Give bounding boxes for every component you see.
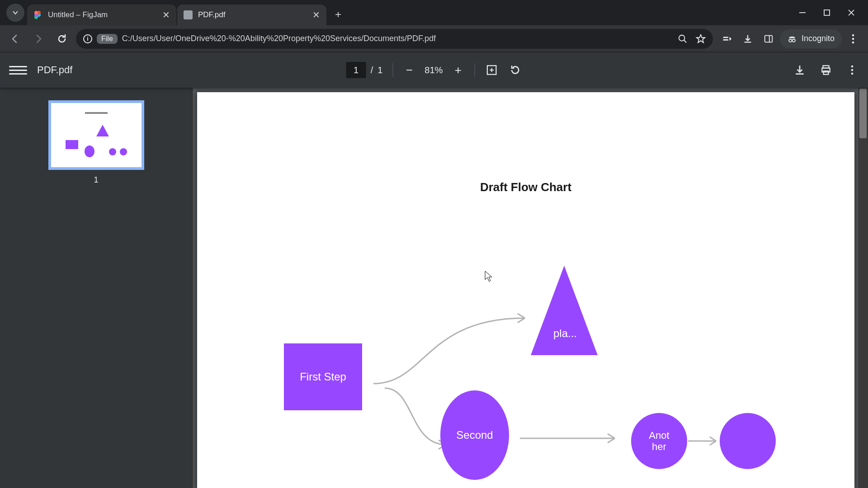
pdf-toolbar: PDF.pdf / 1 − 81% + — [0, 52, 868, 88]
zoom-value: 81% — [425, 65, 443, 75]
thumbnail-number: 1 — [94, 175, 98, 185]
pdf-filename: PDF.pdf — [37, 64, 72, 76]
address-bar[interactable]: i File C:/Users/User/OneDrive%20-%20Abil… — [76, 29, 713, 49]
svg-rect-6 — [723, 37, 728, 38]
window-close-icon[interactable] — [846, 8, 856, 18]
svg-rect-1 — [824, 10, 830, 15]
separator — [392, 63, 393, 77]
incognito-label: Incognito — [802, 34, 835, 43]
zoom-in-button[interactable]: + — [452, 63, 464, 77]
incognito-icon — [787, 34, 797, 44]
page-thumbnail-1[interactable] — [48, 100, 144, 170]
svg-point-14 — [852, 38, 854, 40]
pdf-viewer-body: 1 Draft Flow Chart First Step — [0, 88, 868, 488]
svg-point-13 — [852, 34, 854, 36]
tab-search-button[interactable] — [6, 4, 24, 22]
window-maximize-icon[interactable] — [822, 8, 832, 18]
window-minimize-icon[interactable] — [797, 8, 807, 18]
close-icon[interactable]: ✕ — [312, 9, 320, 20]
print-button[interactable] — [819, 63, 833, 77]
close-icon[interactable]: ✕ — [162, 9, 170, 20]
svg-rect-8 — [765, 35, 773, 42]
pdf-page: Draft Flow Chart First Step pla... Sec — [197, 92, 854, 488]
svg-point-15 — [852, 41, 854, 43]
file-icon — [184, 10, 193, 19]
new-tab-button[interactable]: + — [330, 6, 346, 23]
separator — [474, 63, 475, 77]
zoom-indicator-icon[interactable] — [678, 34, 688, 44]
zoom-out-button[interactable]: − — [403, 63, 415, 77]
svg-point-22 — [851, 73, 854, 75]
flow-node-another: Another — [631, 413, 687, 469]
reload-button[interactable] — [52, 29, 71, 48]
rotate-button[interactable] — [508, 63, 522, 77]
download-button[interactable] — [793, 63, 807, 77]
page-number-input[interactable] — [346, 62, 366, 78]
svg-rect-7 — [723, 39, 728, 40]
thumbnail-sidebar: 1 — [0, 88, 193, 488]
url-text: C:/Users/User/OneDrive%20-%20Ability%20P… — [122, 34, 436, 43]
tab-strip: Untitled – FigJam ✕ PDF.pdf ✕ + — [0, 0, 868, 25]
site-info-icon[interactable]: i — [83, 34, 92, 43]
browser-toolbar: i File C:/Users/User/OneDrive%20-%20Abil… — [0, 25, 868, 52]
back-button[interactable] — [5, 29, 24, 48]
incognito-badge[interactable]: Incognito — [780, 29, 842, 48]
vertical-scrollbar[interactable] — [858, 88, 868, 488]
flow-node-first-step: First Step — [284, 343, 362, 410]
fit-page-button[interactable] — [485, 63, 498, 77]
sidebar-toggle-button[interactable] — [9, 61, 27, 79]
flow-node-triangle — [531, 266, 598, 355]
shape-label: Another — [649, 430, 669, 453]
page-total: 1 — [377, 65, 382, 75]
flow-arrow — [520, 433, 624, 444]
figma-icon — [33, 10, 42, 19]
file-chip: File — [97, 34, 118, 44]
tab-pdf[interactable]: PDF.pdf ✕ — [177, 5, 326, 25]
page-separator: / — [371, 65, 373, 75]
forward-button[interactable] — [29, 29, 48, 48]
downloads-icon[interactable] — [738, 29, 757, 48]
svg-line-5 — [684, 40, 687, 42]
svg-point-20 — [851, 66, 854, 68]
flow-arrow — [688, 436, 724, 446]
tab-title: PDF.pdf — [198, 10, 307, 19]
document-title: Draft Flow Chart — [480, 180, 571, 194]
scrollbar-handle[interactable] — [859, 89, 867, 138]
flow-arrow — [371, 305, 538, 386]
page-viewport[interactable]: Draft Flow Chart First Step pla... Sec — [193, 88, 868, 488]
svg-point-10 — [789, 39, 792, 42]
page-indicator: / 1 — [346, 62, 383, 78]
pdf-menu-icon[interactable] — [845, 63, 859, 77]
shape-label: First Step — [300, 371, 346, 383]
shape-label: pla... — [553, 327, 577, 340]
media-control-icon[interactable] — [717, 29, 736, 48]
svg-point-21 — [851, 69, 854, 71]
mouse-cursor-icon — [485, 271, 493, 282]
chrome-menu-icon[interactable] — [844, 29, 863, 48]
svg-point-4 — [679, 35, 685, 41]
tab-figjam[interactable]: Untitled – FigJam ✕ — [27, 5, 176, 25]
shape-label: Second — [456, 429, 493, 441]
svg-point-11 — [792, 39, 795, 42]
tab-title: Untitled – FigJam — [48, 10, 157, 19]
flow-node-second: Second — [440, 390, 509, 480]
bookmark-icon[interactable] — [696, 34, 706, 44]
flow-node-circle-blank — [720, 413, 776, 469]
side-panel-icon[interactable] — [759, 29, 778, 48]
